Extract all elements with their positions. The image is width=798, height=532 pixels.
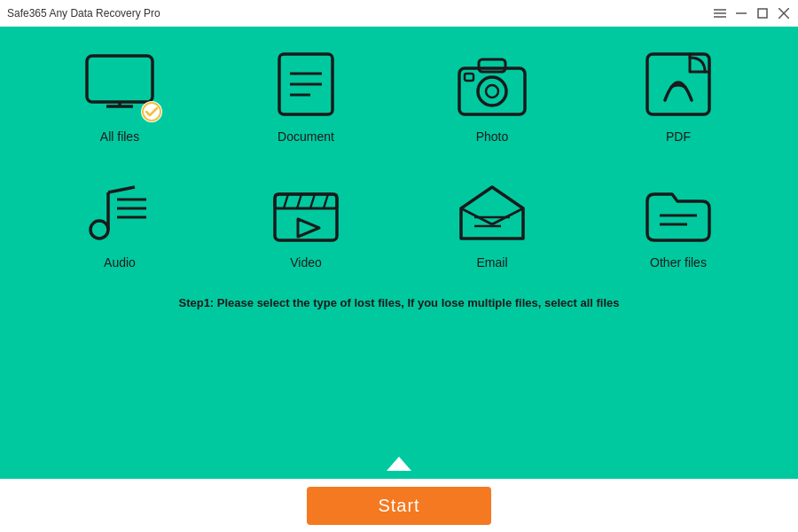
- audio-icon-wrapper: [75, 170, 164, 250]
- svg-rect-15: [459, 68, 525, 114]
- menu-btn[interactable]: [713, 6, 727, 20]
- file-type-audio[interactable]: Audio: [35, 170, 204, 270]
- all-files-icon-wrapper: [75, 44, 164, 124]
- arrow-indicator: [387, 457, 411, 471]
- close-btn[interactable]: [777, 6, 791, 20]
- file-type-email[interactable]: Email: [408, 170, 576, 270]
- file-type-other-files[interactable]: Other files: [594, 170, 763, 270]
- document-icon-wrapper: [262, 44, 350, 124]
- file-type-photo[interactable]: Photo: [408, 44, 576, 144]
- main-content: All files Document: [0, 27, 798, 479]
- minimize-btn[interactable]: [734, 6, 748, 20]
- pdf-icon-wrapper: [634, 44, 723, 124]
- svg-point-16: [478, 77, 506, 106]
- photo-label: Photo: [476, 129, 509, 144]
- svg-line-29: [284, 194, 288, 208]
- video-icon-wrapper: [262, 170, 350, 250]
- svg-rect-4: [758, 9, 767, 18]
- email-label: Email: [476, 255, 507, 270]
- pdf-label: PDF: [666, 129, 691, 144]
- photo-icon-wrapper: [448, 44, 536, 124]
- audio-label: Audio: [104, 255, 136, 270]
- title-bar: Safe365 Any Data Recovery Pro: [0, 0, 798, 27]
- svg-rect-18: [479, 59, 505, 72]
- svg-line-31: [310, 194, 315, 208]
- svg-rect-7: [87, 56, 153, 102]
- bottom-bar: Start: [0, 479, 798, 532]
- svg-rect-19: [465, 74, 473, 81]
- file-type-video[interactable]: Video: [222, 170, 390, 270]
- svg-line-30: [297, 194, 301, 208]
- file-type-all-files[interactable]: All files: [35, 44, 204, 144]
- svg-line-23: [108, 187, 135, 192]
- window-controls: [713, 6, 791, 20]
- video-label: Video: [290, 255, 322, 270]
- document-label: Document: [278, 129, 334, 144]
- all-files-label: All files: [100, 129, 139, 144]
- step-hint: Step1: Please select the type of lost fi…: [178, 296, 619, 309]
- app-title: Safe365 Any Data Recovery Pro: [7, 7, 160, 20]
- file-types-grid: All files Document: [35, 44, 763, 270]
- email-icon-wrapper: [448, 170, 536, 250]
- file-type-document[interactable]: Document: [222, 44, 390, 144]
- maximize-btn[interactable]: [755, 6, 770, 20]
- file-type-pdf[interactable]: PDF: [594, 44, 763, 144]
- all-files-check-badge: [141, 101, 162, 122]
- svg-point-17: [486, 85, 498, 98]
- svg-line-32: [324, 194, 328, 208]
- other-files-icon-wrapper: [634, 170, 723, 250]
- other-files-label: Other files: [650, 255, 707, 270]
- svg-marker-33: [298, 219, 319, 237]
- svg-point-21: [90, 221, 108, 239]
- start-button[interactable]: Start: [307, 487, 490, 525]
